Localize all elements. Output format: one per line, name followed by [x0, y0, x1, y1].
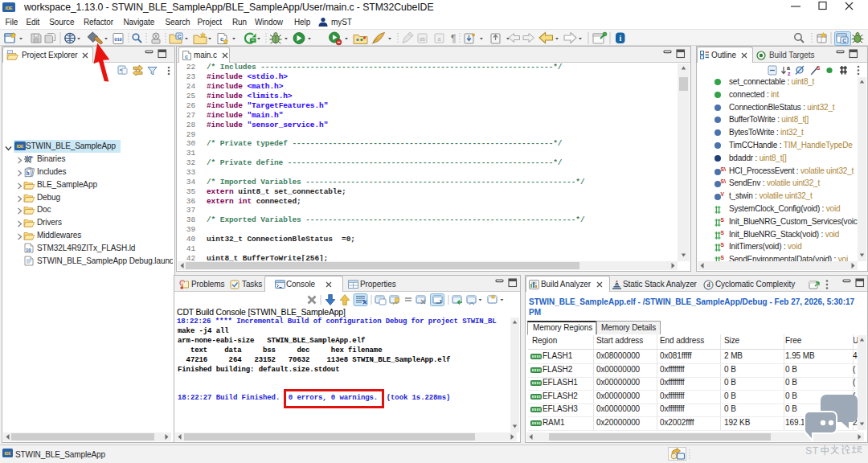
svg-text:IDE: IDE [17, 144, 24, 149]
svg-text:C: C [842, 38, 846, 43]
svg-text:SV: SV [721, 166, 727, 172]
svg-text:i: i [619, 34, 621, 43]
svg-text:V: V [721, 191, 725, 197]
svg-text:SV: SV [721, 178, 727, 184]
svg-text:010: 010 [531, 281, 537, 285]
svg-text:10: 10 [26, 248, 31, 252]
svg-text:IDE: IDE [5, 6, 12, 10]
svg-text:c: c [220, 35, 223, 43]
svg-text:a: a [438, 36, 441, 42]
svg-text:S: S [721, 242, 725, 248]
svg-text:ab: ab [420, 36, 426, 42]
svg-text:S: S [721, 217, 725, 223]
svg-text:C: C [178, 34, 182, 39]
svg-text:ST: ST [805, 445, 819, 457]
svg-text:z: z [788, 71, 791, 76]
svg-text:S: S [721, 255, 725, 260]
svg-text:IDE: IDE [4, 451, 11, 456]
svg-text:c: c [185, 54, 188, 59]
svg-text:S: S [721, 230, 725, 236]
svg-text:¶: ¶ [451, 33, 456, 44]
